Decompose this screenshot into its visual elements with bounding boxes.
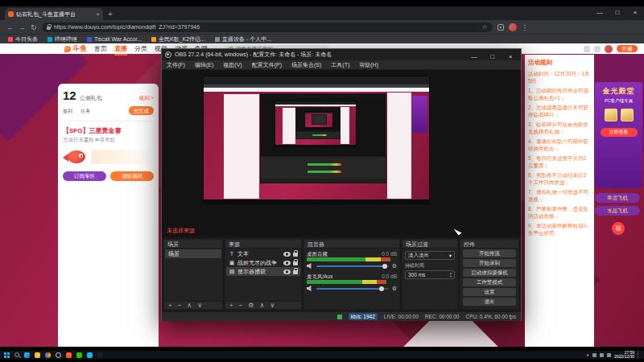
network-icon[interactable] — [592, 353, 597, 357]
speaker-icon[interactable] — [307, 263, 313, 269]
obs-preview[interactable]: 未选择来源 — [162, 70, 521, 237]
remove-scene-button[interactable]: − — [178, 302, 182, 310]
float-button-fortune[interactable]: 福 — [612, 222, 625, 235]
douyu-logo-text: 斗鱼 — [72, 43, 87, 54]
volume-slider[interactable] — [316, 265, 389, 267]
bookmark-item[interactable]: 全民K歌_K2伴侣... — [151, 35, 205, 43]
menu-file[interactable]: 文件(F) — [162, 60, 190, 69]
duration-spinner[interactable]: 300 ms ▴▾ — [405, 270, 455, 279]
user-avatar[interactable] — [605, 45, 613, 53]
visibility-eye-icon[interactable] — [283, 261, 291, 265]
source-down-button[interactable]: ∨ — [270, 302, 275, 310]
bookmark-item[interactable]: Tiscali War Accor... — [87, 36, 142, 42]
menu-tools[interactable]: 工具(T) — [326, 60, 354, 69]
lock-icon[interactable] — [293, 253, 298, 257]
browser-tab[interactable]: 钻石礼包_斗鱼直播平台 × — [5, 8, 103, 20]
message-icon[interactable] — [584, 46, 590, 52]
source-up-button[interactable]: ∧ — [260, 302, 265, 310]
ime-icon[interactable] — [607, 353, 611, 357]
start-streaming-button[interactable]: 开始推流 — [463, 249, 516, 257]
back-button[interactable]: ← — [6, 23, 14, 31]
explorer-icon[interactable] — [35, 352, 40, 358]
window-minimize-button[interactable]: — — [591, 6, 609, 20]
source-item-display[interactable]: ▤ 显示器捕获 — [226, 267, 300, 276]
start-button[interactable] — [4, 352, 10, 358]
window-maximize-button[interactable]: □ — [609, 6, 626, 20]
douyu-app-icon[interactable] — [66, 352, 72, 358]
profile-avatar[interactable] — [509, 23, 517, 31]
scene-up-button[interactable]: ∧ — [187, 302, 192, 310]
badge-task[interactable]: 任务 — [80, 107, 90, 115]
rules-link[interactable]: 规则 > — [138, 95, 154, 102]
channel-settings-icon[interactable]: ⚙ — [392, 286, 397, 292]
subscribe-button[interactable]: 订阅专区 — [63, 171, 106, 181]
extensions-icon[interactable] — [497, 24, 504, 31]
new-tab-button[interactable]: + — [108, 10, 113, 19]
edge-icon[interactable] — [24, 352, 30, 358]
lock-icon[interactable] — [293, 270, 298, 274]
taskbar-clock[interactable]: 17:59 2022/12/30 — [614, 351, 634, 359]
bookmark-star-icon[interactable]: ☆ — [481, 23, 487, 31]
menu-view[interactable]: 视图(V) — [218, 60, 246, 69]
bookmark-item[interactable]: 直播设备 - 个人中... — [215, 35, 271, 43]
settings-button[interactable]: 设置 — [463, 288, 516, 296]
menu-help[interactable]: 帮助(H) — [354, 60, 383, 69]
url-input[interactable] — [54, 24, 479, 30]
bookmark-item[interactable]: 今日头条 — [8, 35, 38, 43]
tab-close-icon[interactable]: × — [96, 10, 100, 18]
nav-home[interactable]: 首页 — [94, 44, 107, 53]
studio-mode-button[interactable]: 工作室模式 — [463, 278, 516, 286]
bookmark-item[interactable]: 哔哩哔哩 — [47, 35, 77, 43]
nav-categories[interactable]: 分类 — [134, 44, 147, 53]
menu-profile[interactable]: 配置文件(P) — [247, 60, 287, 69]
source-item-game[interactable]: ▣ 战姬无尽的战争 — [226, 258, 300, 267]
forward-button[interactable]: → — [19, 23, 26, 31]
go-live-button[interactable]: 开播 — [617, 45, 638, 52]
transition-select[interactable]: 淡入淡出 ▾ — [405, 251, 455, 260]
add-source-button[interactable]: + — [229, 302, 233, 310]
volume-icon[interactable] — [600, 353, 604, 357]
window-close-button[interactable]: × — [626, 6, 644, 20]
add-scene-button[interactable]: + — [168, 302, 172, 310]
wechat-icon[interactable] — [76, 352, 82, 358]
gold-hall-banner[interactable]: 金光殿堂 PC客户端专属 立即查看 — [595, 82, 642, 188]
channel-settings-icon[interactable]: ⚙ — [392, 263, 397, 269]
start-recording-button[interactable]: 开始录制 — [463, 259, 516, 267]
source-properties-button[interactable]: ⚙ — [248, 302, 254, 310]
menu-scene-collection[interactable]: 场景集合(S) — [287, 60, 326, 69]
complete-task-button[interactable]: 去完成 — [129, 106, 155, 115]
chrome-icon[interactable] — [45, 352, 51, 358]
virtual-camera-button[interactable]: 启动虚拟摄像机 — [463, 269, 516, 277]
speaker-icon[interactable] — [307, 286, 313, 292]
menu-edit[interactable]: 编辑(E) — [190, 60, 218, 69]
url-bar[interactable]: ☆ — [42, 23, 493, 32]
float-button-lucky[interactable]: 幸运飞机 — [595, 193, 640, 203]
douyu-logo[interactable]: 斗鱼 — [64, 43, 87, 54]
scene-item[interactable]: 场景 — [165, 249, 221, 258]
visibility-eye-icon[interactable] — [283, 252, 291, 257]
claim-button[interactable]: 领取福利 — [110, 171, 154, 181]
download-icon[interactable] — [594, 46, 601, 52]
banner-button[interactable]: 立即查看 — [601, 128, 638, 137]
lock-icon[interactable] — [293, 261, 298, 265]
qq-icon[interactable] — [87, 352, 93, 358]
window-controls: — □ × — [591, 6, 644, 20]
obs-icon[interactable] — [56, 352, 61, 358]
source-item-text[interactable]: T 文本 — [226, 249, 300, 258]
obs-titlebar[interactable]: OBS 27.2.4 (64-bit, windows) - 配置文件: 未命名… — [162, 49, 521, 60]
reload-button[interactable]: ↻ — [31, 23, 37, 31]
nav-live[interactable]: 直播 — [114, 44, 127, 53]
badge-signin[interactable]: 签到 — [63, 107, 72, 115]
steam-icon[interactable] — [97, 352, 103, 358]
tab-strip: 钻石礼包_斗鱼直播平台 × + — □ × — [0, 6, 644, 20]
taskbar-search-icon[interactable] — [14, 352, 19, 357]
visibility-eye-icon[interactable] — [283, 269, 291, 274]
notification-center-button[interactable] — [638, 351, 640, 359]
browser-menu-icon[interactable]: ⋮ — [522, 23, 529, 31]
float-button-crystal[interactable]: 水晶飞机 — [595, 206, 640, 216]
tray-expand-icon[interactable]: ∧ — [586, 351, 589, 359]
exit-button[interactable]: 退出 — [463, 298, 516, 306]
volume-slider[interactable] — [316, 288, 389, 290]
remove-source-button[interactable]: − — [239, 302, 243, 310]
scene-down-button[interactable]: ∨ — [197, 302, 202, 310]
